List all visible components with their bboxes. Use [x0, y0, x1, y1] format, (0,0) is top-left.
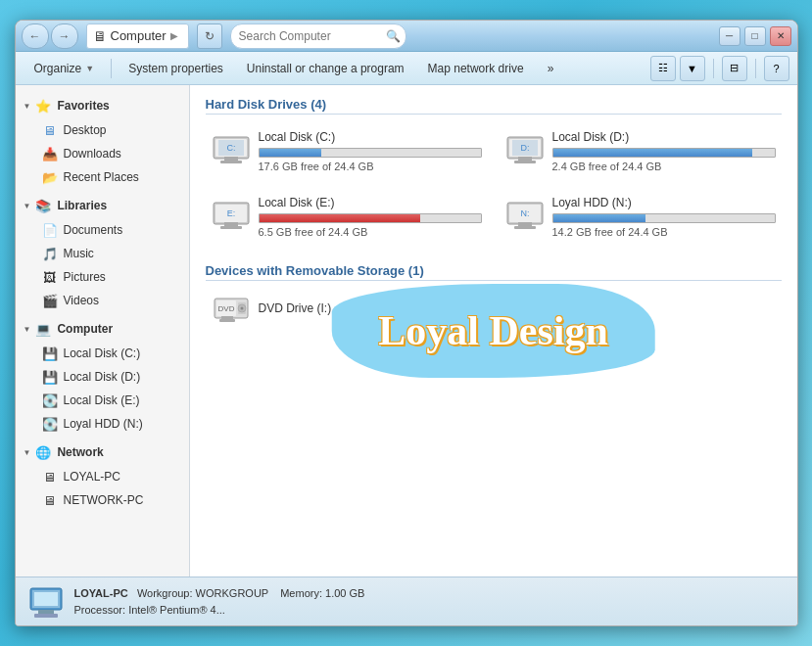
- content-area: ▼ ⭐ Favorites 🖥 Desktop 📥 Downloads 📂 Re…: [16, 85, 797, 577]
- svg-rect-20: [514, 226, 536, 229]
- sidebar-item-downloads[interactable]: 📥 Downloads: [16, 142, 189, 165]
- drive-e-bar-fill: [260, 214, 421, 222]
- more-label: »: [548, 62, 554, 75]
- sidebar-header-network[interactable]: ▼ 🌐 Network: [16, 439, 189, 465]
- sidebar-item-recent[interactable]: 📂 Recent Places: [16, 165, 189, 189]
- map-network-label: Map network drive: [428, 62, 524, 75]
- sidebar-item-documents[interactable]: 📄 Documents: [16, 218, 189, 242]
- minimize-button[interactable]: ─: [719, 26, 740, 46]
- sidebar-item-local-disk-c[interactable]: 💾 Local Disk (C:): [16, 342, 189, 365]
- sidebar-item-videos[interactable]: 🎬 Videos: [16, 289, 189, 312]
- sidebar-item-pictures[interactable]: 🖼 Pictures: [16, 265, 189, 289]
- libraries-icon: 📚: [34, 197, 52, 214]
- uninstall-button[interactable]: Uninstall or change a program: [236, 56, 415, 81]
- toolbar: Organize ▼ System properties Uninstall o…: [16, 52, 797, 85]
- breadcrumb-arrow: ▶: [170, 30, 178, 41]
- svg-rect-9: [514, 161, 536, 163]
- search-input[interactable]: [239, 29, 386, 43]
- desktop-icon: 🖥: [41, 121, 59, 139]
- refresh-button[interactable]: ↻: [197, 23, 222, 49]
- sidebar-item-local-disk-e[interactable]: 💽 Local Disk (E:): [16, 389, 189, 412]
- view-toggle-button[interactable]: ☷: [650, 56, 676, 81]
- dvd-drive-item[interactable]: DVD DVD Drive (I:): [206, 289, 782, 332]
- system-properties-label: System properties: [128, 62, 223, 75]
- map-network-button[interactable]: Map network drive: [417, 56, 535, 81]
- view-dropdown-button[interactable]: ▼: [680, 56, 705, 81]
- status-computer-icon: [27, 583, 65, 621]
- svg-text:C:: C:: [226, 143, 235, 153]
- sidebar-item-local-disk-d[interactable]: 💾 Local Disk (D:): [16, 365, 189, 389]
- sidebar-header-computer[interactable]: ▼ 💻 Computer: [16, 316, 189, 342]
- more-button[interactable]: »: [537, 56, 565, 81]
- drive-n-size: 14.2 GB free of 24.4 GB: [552, 226, 776, 238]
- computer-icon: 🖥: [93, 28, 107, 44]
- drive-d-item[interactable]: D: Local Disk (D:) 2.4 GB free of 24.4 G…: [500, 124, 782, 178]
- sidebar-item-desktop[interactable]: 🖥 Desktop: [16, 118, 189, 142]
- main-panel: Hard Disk Drives (4) C:: [190, 85, 797, 577]
- svg-rect-28: [219, 319, 235, 322]
- forward-button[interactable]: →: [51, 23, 78, 49]
- organize-label: Organize: [34, 62, 82, 75]
- network-icon: 🌐: [34, 443, 52, 461]
- drive-c-bar-fill: [260, 149, 321, 157]
- drive-n-bar-bg: [552, 213, 776, 223]
- sidebar-item-loyal-hdd[interactable]: 💽 Loyal HDD (N:): [16, 412, 189, 436]
- pictures-label: Pictures: [64, 270, 106, 284]
- sidebar-section-computer: ▼ 💻 Computer 💾 Local Disk (C:) 💾 Local D…: [16, 316, 189, 436]
- network-pc-2-icon: 🖥: [41, 491, 59, 509]
- network-arrow: ▼: [24, 448, 31, 457]
- music-label: Music: [64, 247, 94, 260]
- sidebar-section-network: ▼ 🌐 Network 🖥 LOYAL-PC 🖥 NETWORK-PC: [16, 439, 189, 512]
- network-item2-label: NETWORK-PC: [64, 493, 144, 507]
- uninstall-label: Uninstall or change a program: [247, 62, 405, 75]
- drive-e-size: 6.5 GB free of 24.4 GB: [259, 226, 482, 238]
- organize-button[interactable]: Organize ▼: [24, 56, 106, 81]
- svg-rect-15: [220, 226, 242, 229]
- preview-pane-button[interactable]: ⊟: [722, 56, 747, 81]
- drive-c-info: Local Disk (C:) 17.6 GB free of 24.4 GB: [259, 130, 482, 172]
- drive-n-item[interactable]: N: Loyal HDD (N:) 14.2 GB free of 24.4 G…: [500, 190, 782, 244]
- toolbar-separator-3: [755, 59, 756, 78]
- local-disk-e-label: Local Disk (E:): [64, 393, 140, 407]
- sidebar-header-libraries[interactable]: ▼ 📚 Libraries: [16, 193, 189, 218]
- videos-icon: 🎬: [41, 292, 59, 309]
- dvd-icon: DVD: [212, 293, 251, 328]
- status-processor: Processor: Intel® Pentium® 4...: [74, 604, 225, 616]
- recent-icon: 📂: [41, 168, 59, 186]
- status-bar: LOYAL-PC Workgroup: WORKGROUP Memory: 1.…: [16, 577, 797, 625]
- status-workgroup: Workgroup: WORKGROUP: [137, 587, 268, 599]
- sidebar-item-network-2[interactable]: 🖥 NETWORK-PC: [16, 488, 189, 512]
- toolbar-separator-1: [111, 59, 112, 78]
- close-button[interactable]: ✕: [770, 26, 791, 46]
- sidebar-header-favorites[interactable]: ▼ ⭐ Favorites: [16, 93, 189, 118]
- sidebar-section-libraries: ▼ 📚 Libraries 📄 Documents 🎵 Music 🖼 Pict…: [16, 193, 189, 312]
- drive-c-item[interactable]: C: Local Disk (C:) 17.6 GB free of 24.4 …: [206, 124, 488, 178]
- help-button[interactable]: ?: [764, 56, 789, 81]
- downloads-icon: 📥: [41, 145, 59, 162]
- drive-e-icon: E:: [212, 196, 251, 231]
- organize-arrow: ▼: [85, 64, 94, 73]
- hard-disk-section-title: Hard Disk Drives (4): [206, 97, 782, 115]
- drive-e-item[interactable]: E: Local Disk (E:) 6.5 GB free of 24.4 G…: [206, 190, 488, 244]
- videos-label: Videos: [64, 294, 99, 307]
- computer-sidebar-icon: 💻: [34, 320, 52, 338]
- drive-d-bar-bg: [552, 148, 776, 158]
- search-bar[interactable]: 🔍: [230, 23, 406, 49]
- maximize-button[interactable]: □: [744, 26, 766, 46]
- drive-n-bar-fill: [553, 214, 646, 222]
- loyal-hdd-icon: 💽: [41, 415, 59, 433]
- dvd-section-title: Devices with Removable Storage (1): [206, 263, 782, 281]
- network-item1-label: LOYAL-PC: [64, 470, 120, 484]
- system-properties-button[interactable]: System properties: [118, 56, 234, 81]
- sidebar-item-music[interactable]: 🎵 Music: [16, 242, 189, 265]
- back-button[interactable]: ←: [22, 23, 49, 49]
- network-label: Network: [57, 445, 103, 459]
- drive-d-info: Local Disk (D:) 2.4 GB free of 24.4 GB: [552, 130, 776, 172]
- loyal-hdd-label: Loyal HDD (N:): [64, 417, 143, 431]
- address-bar[interactable]: 🖥 Computer ▶: [86, 23, 189, 49]
- svg-rect-33: [34, 614, 58, 618]
- drive-n-info: Loyal HDD (N:) 14.2 GB free of 24.4 GB: [552, 196, 776, 238]
- sidebar-item-network-1[interactable]: 🖥 LOYAL-PC: [16, 465, 189, 488]
- svg-text:DVD: DVD: [217, 304, 234, 313]
- documents-label: Documents: [64, 223, 123, 237]
